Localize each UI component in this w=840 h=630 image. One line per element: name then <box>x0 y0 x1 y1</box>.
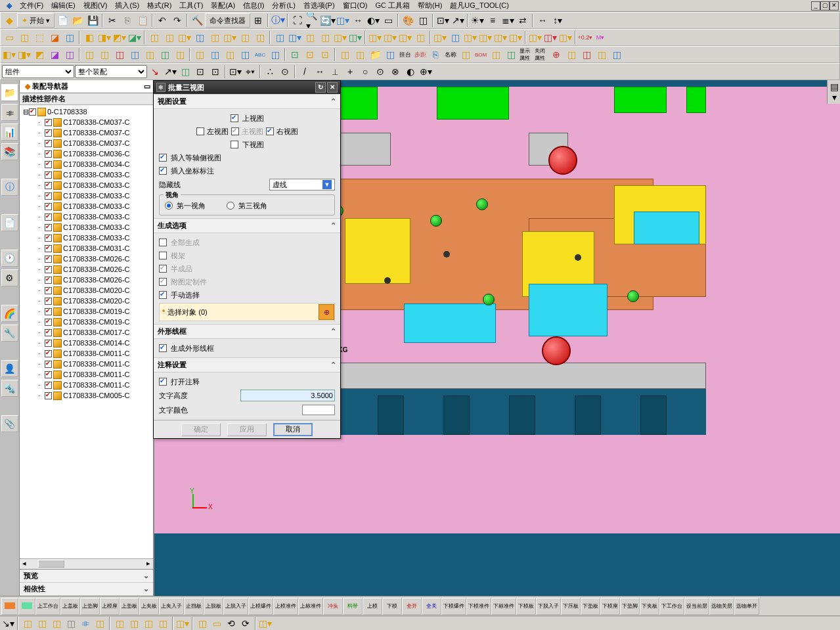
tbC-7[interactable]: ⌖▾ <box>243 64 257 79</box>
cancel-button[interactable]: 取消 <box>273 423 313 436</box>
tbA-11[interactable]: ◫ <box>162 30 177 45</box>
tbB-15[interactable]: ◫ <box>223 47 237 62</box>
tree-item[interactable]: ·C1708338-CM019-C <box>20 317 153 327</box>
tbC-17[interactable]: ◐ <box>403 64 418 79</box>
tree-item[interactable]: ·C1708338-CM034-C <box>20 159 153 169</box>
bb2-16[interactable]: ⟳ <box>239 618 252 629</box>
tbB-35[interactable]: 关闭属性 <box>534 47 548 62</box>
tree-item[interactable]: ·C1708338-CM037-C <box>20 127 153 138</box>
paste-icon[interactable]: 📋 <box>135 13 150 28</box>
chk-bottom-view[interactable] <box>231 141 238 148</box>
menu-ugtool[interactable]: 超凡UG_TOOL(C) <box>446 0 513 12</box>
bb-25[interactable]: 下垫板 <box>581 598 600 615</box>
menu-window[interactable]: 窗口(O) <box>339 0 372 12</box>
menu-help[interactable]: 帮助(H) <box>414 0 446 12</box>
tbC-3[interactable]: ◫ <box>178 64 192 79</box>
tbA-24[interactable]: ◫▾ <box>368 30 382 45</box>
menu-insert[interactable]: 插入(S) <box>111 0 143 12</box>
tbC-5[interactable]: ⊡ <box>208 64 223 79</box>
chk-gen-manual[interactable] <box>159 291 167 299</box>
bb-22[interactable]: 下模板 <box>516 598 536 615</box>
rb-screw-icon[interactable]: 🔩 <box>1 380 18 397</box>
copy-icon[interactable]: ⎘ <box>120 13 135 28</box>
tbA-2[interactable]: ◫ <box>17 30 32 45</box>
tree-item[interactable]: ·C1708338-CM026-C <box>20 264 153 275</box>
chk-right-view[interactable] <box>266 127 274 135</box>
tbB-29[interactable]: 名称 <box>443 47 458 62</box>
menu-tools[interactable]: 工具(T) <box>175 0 207 12</box>
tbA-26[interactable]: ◫▾ <box>398 30 412 45</box>
tbC-12[interactable]: ⟂ <box>328 64 342 79</box>
tbA-7[interactable]: ◨▾ <box>97 30 112 45</box>
bb-8[interactable]: 上脱板 <box>204 598 223 615</box>
tbA-27[interactable]: ◫ <box>413 30 428 45</box>
tbA-38[interactable]: M▾ <box>593 30 608 45</box>
bb-icon-1[interactable] <box>1 598 18 615</box>
tbA-8[interactable]: ◩▾ <box>112 30 127 45</box>
new-file-icon[interactable]: 📄 <box>55 13 70 28</box>
measure2-icon[interactable]: ↕▾ <box>550 13 565 28</box>
tree-item[interactable]: ·C1708338-CM020-C <box>20 296 153 306</box>
tree-item[interactable]: ·C1708338-CM037-C <box>20 138 153 148</box>
tbA-25[interactable]: ◫▾ <box>383 30 397 45</box>
new-icon[interactable]: ◆ <box>2 13 16 28</box>
tree-item[interactable]: ·C1708338-CM011-C <box>20 380 153 390</box>
wire-icon[interactable]: ▭ <box>381 13 395 28</box>
bb-10[interactable]: 上模爆件 <box>248 598 273 615</box>
tree-item[interactable]: ·C1708338-CM033-C <box>20 222 153 233</box>
rb-color-icon[interactable]: 🌈 <box>1 305 18 322</box>
nav-preview-section[interactable]: 预览⌄ <box>20 570 153 583</box>
radio-first-angle[interactable] <box>165 202 173 210</box>
menu-prefs[interactable]: 首选项(P) <box>299 0 339 12</box>
tbB-36[interactable]: ⊕ <box>549 47 564 62</box>
tbC-10[interactable]: / <box>298 64 312 79</box>
tree-item[interactable]: ·C1708338-CM033-C <box>20 212 153 222</box>
sec-view-settings[interactable]: 视图设置⌃ <box>154 95 340 109</box>
tbB-11[interactable]: ◫ <box>158 47 172 62</box>
command-finder[interactable]: 命令查找器 <box>205 13 250 28</box>
box-icon[interactable]: ◫▾ <box>336 13 350 28</box>
bb-1[interactable]: 上盖板 <box>60 598 80 615</box>
bb-15[interactable]: 上模 <box>363 598 382 615</box>
rb-clip-icon[interactable]: 📎 <box>1 415 18 432</box>
tbA-21[interactable]: ◫ <box>318 30 332 45</box>
tbB-38[interactable]: ◫ <box>579 47 594 62</box>
target-icon[interactable]: ⊕ <box>319 304 334 320</box>
menu-assembly[interactable]: 装配(A) <box>207 0 239 12</box>
tree-item[interactable]: ·C1708338-CM033-C <box>20 233 153 243</box>
ok-button[interactable]: 确定 <box>181 423 221 436</box>
chk-coord[interactable] <box>159 167 167 175</box>
tbC-9[interactable]: ⊙ <box>278 64 292 79</box>
tbA-10[interactable]: ◫ <box>147 30 162 45</box>
tbA-34[interactable]: ◫▾ <box>528 30 542 45</box>
tbB-21[interactable]: ⊡ <box>318 47 332 62</box>
nav-column-header[interactable]: 描述性部件名 <box>20 93 153 105</box>
bb2-10[interactable]: ◫ <box>142 618 155 629</box>
redo-icon[interactable]: ↷ <box>170 13 185 28</box>
bb-26[interactable]: 下模座 <box>600 598 620 615</box>
measure1-icon[interactable]: ↔ <box>535 13 550 28</box>
cut-icon[interactable]: ✂ <box>105 13 120 28</box>
tree-item[interactable]: ·C1708338-CM019-C <box>20 306 153 317</box>
tbB-37[interactable]: ◫ <box>564 47 579 62</box>
tree-item[interactable]: ·C1708338-CM011-C <box>20 359 153 369</box>
tbB-18[interactable]: ◫ <box>268 47 282 62</box>
layer2-icon[interactable]: ≣▾ <box>500 13 515 28</box>
start-button[interactable]: ✦ 开始 ▾ <box>17 13 55 28</box>
tbA-29[interactable]: ◫ <box>448 30 462 45</box>
bb2-11[interactable]: ◫ <box>156 618 169 629</box>
tbC-18[interactable]: ⊕▾ <box>418 64 433 79</box>
rb-user-icon[interactable]: 👤 <box>1 360 18 377</box>
bb-0[interactable]: 上工作台 <box>35 598 60 615</box>
axis-icon[interactable]: ↗▾ <box>451 13 465 28</box>
tbB-6[interactable]: ◫ <box>82 47 97 62</box>
text-height-input[interactable] <box>240 390 335 401</box>
menu-format[interactable]: 格式(R) <box>143 0 175 12</box>
tbB-20[interactable]: ⊡ <box>303 47 317 62</box>
nav-depend-section[interactable]: 相依性⌄ <box>20 583 153 596</box>
chk-outline[interactable] <box>159 344 167 352</box>
tbC-8[interactable]: ∴ <box>263 64 277 79</box>
tbB-12[interactable]: ◫ <box>173 47 187 62</box>
bb-31[interactable]: 选物关层 <box>709 598 734 615</box>
tbA-20[interactable]: ◫ <box>303 30 317 45</box>
